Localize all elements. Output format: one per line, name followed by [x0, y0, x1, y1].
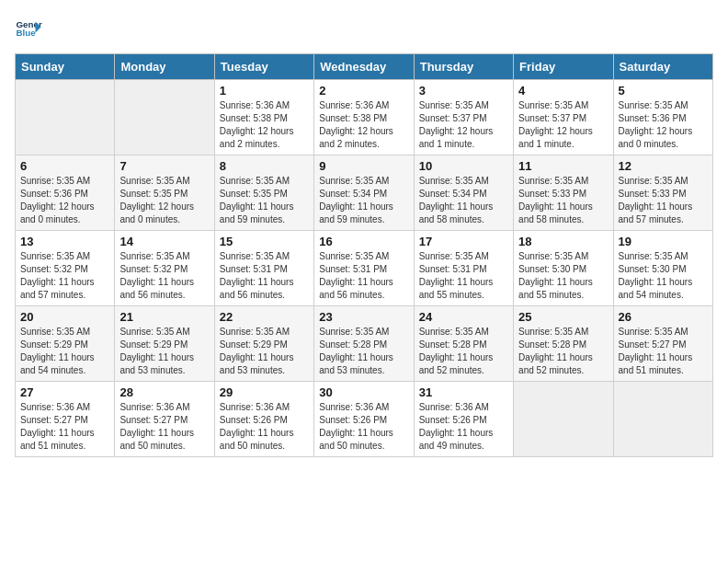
day-number: 18: [518, 235, 608, 248]
calendar-cell: 20Sunrise: 5:35 AMSunset: 5:29 PMDayligh…: [16, 306, 115, 382]
sunset-time: Sunset: 5:30 PM: [619, 264, 687, 274]
calendar-cell: 29Sunrise: 5:36 AMSunset: 5:26 PMDayligh…: [214, 382, 313, 457]
daylight-hours: Daylight: 12 hours and 0 minutes.: [20, 201, 95, 224]
sunset-time: Sunset: 5:35 PM: [119, 189, 188, 199]
daylight-hours: Daylight: 12 hours and 0 minutes.: [619, 126, 693, 149]
calendar-table: SundayMondayTuesdayWednesdayThursdayFrid…: [15, 53, 713, 457]
calendar-cell: 18Sunrise: 5:35 AMSunset: 5:30 PMDayligh…: [514, 231, 613, 306]
sunrise-time: Sunrise: 5:36 AM: [319, 100, 389, 110]
sunset-time: Sunset: 5:28 PM: [319, 339, 387, 350]
day-number: 3: [419, 84, 508, 98]
header: General Blue: [15, 15, 713, 42]
sunrise-time: Sunrise: 5:35 AM: [619, 100, 688, 110]
calendar-cell: 16Sunrise: 5:35 AMSunset: 5:31 PMDayligh…: [314, 231, 414, 306]
cell-content: Sunrise: 5:35 AMSunset: 5:36 PMDaylight:…: [619, 99, 708, 151]
daylight-hours: Daylight: 11 hours and 59 minutes.: [220, 201, 294, 224]
daylight-hours: Daylight: 11 hours and 58 minutes.: [518, 201, 593, 224]
daylight-hours: Daylight: 11 hours and 52 minutes.: [419, 352, 494, 375]
day-number: 9: [319, 159, 408, 173]
day-number: 7: [119, 159, 209, 173]
daylight-hours: Daylight: 12 hours and 2 minutes.: [319, 126, 393, 149]
calendar-body: 1Sunrise: 5:36 AMSunset: 5:38 PMDaylight…: [16, 80, 713, 457]
week-row-5: 27Sunrise: 5:36 AMSunset: 5:27 PMDayligh…: [16, 382, 713, 457]
day-number: 4: [518, 84, 608, 98]
sunrise-time: Sunrise: 5:35 AM: [20, 176, 90, 186]
calendar-cell: 28Sunrise: 5:36 AMSunset: 5:27 PMDayligh…: [115, 382, 214, 457]
daylight-hours: Daylight: 11 hours and 49 minutes.: [419, 428, 494, 451]
cell-content: Sunrise: 5:35 AMSunset: 5:35 PMDaylight:…: [220, 175, 309, 226]
sunrise-time: Sunrise: 5:35 AM: [220, 327, 290, 337]
sunrise-time: Sunrise: 5:35 AM: [619, 327, 688, 337]
daylight-hours: Daylight: 11 hours and 58 minutes.: [419, 201, 494, 224]
calendar-cell: 30Sunrise: 5:36 AMSunset: 5:26 PMDayligh…: [314, 382, 414, 457]
calendar-cell: 5Sunrise: 5:35 AMSunset: 5:36 PMDaylight…: [613, 80, 712, 155]
daylight-hours: Daylight: 11 hours and 56 minutes.: [319, 277, 393, 300]
calendar-cell: [613, 382, 712, 457]
calendar-cell: 27Sunrise: 5:36 AMSunset: 5:27 PMDayligh…: [16, 382, 115, 457]
day-number: 30: [319, 385, 408, 399]
calendar-cell: 7Sunrise: 5:35 AMSunset: 5:35 PMDaylight…: [115, 155, 214, 231]
sunset-time: Sunset: 5:38 PM: [220, 113, 288, 123]
daylight-hours: Daylight: 11 hours and 53 minutes.: [119, 352, 194, 375]
cell-content: Sunrise: 5:35 AMSunset: 5:30 PMDaylight:…: [518, 250, 608, 302]
sunset-time: Sunset: 5:27 PM: [119, 415, 188, 425]
day-number: 19: [619, 235, 708, 248]
calendar-cell: 15Sunrise: 5:35 AMSunset: 5:31 PMDayligh…: [214, 231, 313, 306]
sunrise-time: Sunrise: 5:36 AM: [220, 402, 290, 412]
day-number: 23: [319, 310, 408, 324]
sunrise-time: Sunrise: 5:35 AM: [319, 251, 389, 261]
day-number: 14: [119, 235, 209, 248]
sunrise-time: Sunrise: 5:35 AM: [419, 251, 489, 261]
day-header-saturday: Saturday: [613, 54, 712, 80]
sunset-time: Sunset: 5:34 PM: [419, 189, 487, 199]
cell-content: Sunrise: 5:35 AMSunset: 5:29 PMDaylight:…: [220, 326, 309, 377]
daylight-hours: Daylight: 11 hours and 56 minutes.: [119, 277, 194, 300]
daylight-hours: Daylight: 11 hours and 50 minutes.: [319, 428, 393, 451]
cell-content: Sunrise: 5:35 AMSunset: 5:37 PMDaylight:…: [518, 99, 608, 151]
calendar-cell: [514, 382, 613, 457]
sunset-time: Sunset: 5:26 PM: [419, 415, 487, 425]
calendar-cell: 13Sunrise: 5:35 AMSunset: 5:32 PMDayligh…: [16, 231, 115, 306]
cell-content: Sunrise: 5:35 AMSunset: 5:33 PMDaylight:…: [619, 175, 708, 226]
calendar-cell: 12Sunrise: 5:35 AMSunset: 5:33 PMDayligh…: [613, 155, 712, 231]
sunrise-time: Sunrise: 5:35 AM: [319, 327, 389, 337]
cell-content: Sunrise: 5:35 AMSunset: 5:37 PMDaylight:…: [419, 99, 508, 151]
calendar-header-row: SundayMondayTuesdayWednesdayThursdayFrid…: [16, 54, 713, 80]
sunset-time: Sunset: 5:37 PM: [419, 113, 487, 123]
daylight-hours: Daylight: 11 hours and 50 minutes.: [119, 428, 194, 451]
day-number: 12: [619, 159, 708, 173]
daylight-hours: Daylight: 11 hours and 52 minutes.: [518, 352, 593, 375]
day-number: 16: [319, 235, 408, 248]
sunset-time: Sunset: 5:29 PM: [220, 339, 288, 350]
day-number: 21: [119, 310, 209, 324]
daylight-hours: Daylight: 11 hours and 57 minutes.: [619, 201, 693, 224]
calendar-cell: 6Sunrise: 5:35 AMSunset: 5:36 PMDaylight…: [16, 155, 115, 231]
cell-content: Sunrise: 5:35 AMSunset: 5:29 PMDaylight:…: [20, 326, 109, 377]
cell-content: Sunrise: 5:35 AMSunset: 5:36 PMDaylight:…: [20, 175, 109, 226]
sunset-time: Sunset: 5:31 PM: [319, 264, 387, 274]
calendar-cell: 14Sunrise: 5:35 AMSunset: 5:32 PMDayligh…: [115, 231, 214, 306]
sunset-time: Sunset: 5:35 PM: [220, 189, 288, 199]
daylight-hours: Daylight: 12 hours and 0 minutes.: [119, 201, 194, 224]
daylight-hours: Daylight: 12 hours and 1 minute.: [419, 126, 494, 149]
sunrise-time: Sunrise: 5:36 AM: [20, 402, 90, 412]
sunrise-time: Sunrise: 5:35 AM: [518, 100, 588, 110]
sunrise-time: Sunrise: 5:35 AM: [419, 176, 489, 186]
sunrise-time: Sunrise: 5:36 AM: [419, 402, 489, 412]
day-number: 22: [220, 310, 309, 324]
week-row-1: 1Sunrise: 5:36 AMSunset: 5:38 PMDaylight…: [16, 80, 713, 155]
daylight-hours: Daylight: 11 hours and 53 minutes.: [319, 352, 393, 375]
day-number: 8: [220, 159, 309, 173]
sunset-time: Sunset: 5:36 PM: [619, 113, 687, 123]
cell-content: Sunrise: 5:35 AMSunset: 5:28 PMDaylight:…: [518, 326, 608, 377]
cell-content: Sunrise: 5:35 AMSunset: 5:27 PMDaylight:…: [619, 326, 708, 377]
daylight-hours: Daylight: 11 hours and 51 minutes.: [619, 352, 693, 375]
day-header-thursday: Thursday: [414, 54, 513, 80]
day-number: 31: [419, 385, 508, 399]
sunset-time: Sunset: 5:29 PM: [20, 339, 88, 350]
sunset-time: Sunset: 5:28 PM: [419, 339, 487, 350]
day-number: 27: [20, 385, 109, 399]
sunset-time: Sunset: 5:34 PM: [319, 189, 387, 199]
calendar-cell: 4Sunrise: 5:35 AMSunset: 5:37 PMDaylight…: [514, 80, 613, 155]
calendar-cell: [115, 80, 214, 155]
